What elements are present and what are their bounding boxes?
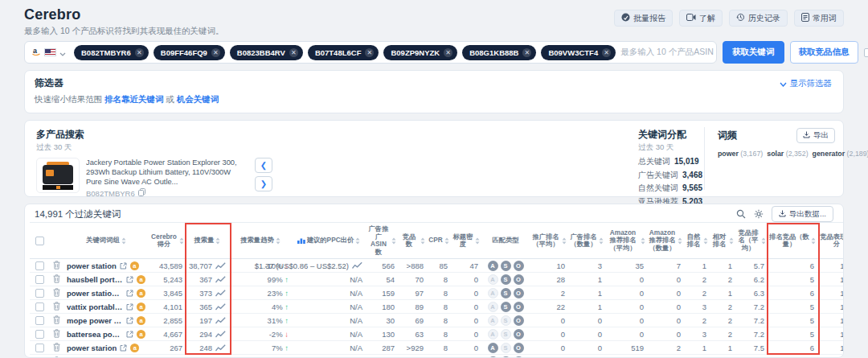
- gear-icon[interactable]: [754, 209, 764, 219]
- column-header-volume[interactable]: 搜索量: [186, 223, 229, 259]
- trash-icon[interactable]: [53, 302, 60, 311]
- external-link-icon[interactable]: [126, 290, 133, 297]
- column-header-keyword[interactable]: 关键词词组: [63, 223, 149, 259]
- marketplace-selector[interactable]: a: [31, 45, 69, 60]
- cell-match-type: ASO: [481, 355, 530, 358]
- word-frequency-export-button[interactable]: 导出: [796, 128, 835, 143]
- column-header-ad_count[interactable]: 广告排名（数量）: [568, 223, 605, 259]
- column-header-competitors[interactable]: 竞品数: [398, 223, 427, 259]
- asin-tag[interactable]: B08G1KB88B✕: [462, 45, 536, 60]
- column-header-ppc[interactable]: 建议的PPC出价: [292, 223, 366, 259]
- history-button[interactable]: 历史记录: [729, 10, 788, 27]
- asin-tag[interactable]: B09ZP9NYZK✕: [383, 45, 457, 60]
- trend-chart-icon[interactable]: [215, 276, 226, 283]
- remove-tag-icon[interactable]: ✕: [522, 48, 531, 57]
- trend-chart-icon[interactable]: [215, 303, 226, 311]
- column-header-trend[interactable]: 搜索量趋势: [229, 223, 292, 259]
- column-header-score[interactable]: 竞品表现得分: [817, 223, 844, 259]
- asin-tag[interactable]: B082TMBYR6✕: [74, 45, 149, 60]
- external-link-icon[interactable]: [126, 303, 133, 311]
- bulk-report-button[interactable]: 批量报告: [614, 10, 673, 27]
- keyword-text[interactable]: power starion: [67, 344, 117, 352]
- keyword-text[interactable]: hausbell portable po...: [67, 275, 123, 284]
- cell-match-type: ASO: [481, 300, 530, 314]
- trend-chart-icon[interactable]: [215, 331, 226, 338]
- show-filters-link[interactable]: 显示筛选器: [780, 78, 833, 89]
- column-header-comp_avg[interactable]: 竞品排名（平均）: [735, 223, 768, 259]
- asin-tag[interactable]: B07T48L6CF✕: [308, 45, 379, 60]
- trash-icon[interactable]: [53, 261, 60, 270]
- remove-tag-icon[interactable]: ✕: [365, 48, 374, 57]
- keyword-text[interactable]: power station: [67, 261, 117, 270]
- cell-ppc-bid: N/A: [292, 341, 366, 355]
- keyword-text[interactable]: vattix portable powe...: [67, 302, 123, 311]
- row-checkbox[interactable]: [35, 261, 44, 270]
- trend-chart-icon[interactable]: [215, 317, 226, 324]
- table-header-row: 关键词词组Cerebro 得分搜索量搜索量趋势建议的PPC出价广告推广ASIN …: [30, 223, 844, 259]
- trash-icon[interactable]: [53, 343, 60, 352]
- external-link-icon[interactable]: [120, 262, 127, 270]
- asin-tag[interactable]: B09VW3CTF4✕: [541, 45, 616, 60]
- remove-tag-icon[interactable]: ✕: [211, 48, 220, 57]
- keyword-text[interactable]: battersea power stati...: [67, 330, 123, 339]
- trend-chart-icon[interactable]: [352, 262, 362, 270]
- ranked-keywords-link[interactable]: 排名靠近关键词: [104, 94, 164, 104]
- keyword-text[interactable]: mope power station: [67, 316, 123, 325]
- trend-chart-icon[interactable]: [215, 262, 226, 270]
- search-icon[interactable]: [736, 209, 746, 219]
- remove-tag-icon[interactable]: ✕: [602, 48, 611, 57]
- copy-icon[interactable]: [138, 188, 145, 198]
- row-checkbox[interactable]: [35, 344, 44, 352]
- external-link-icon[interactable]: [126, 317, 133, 324]
- column-header-rank_comp[interactable]: 排名竞品（数量）: [768, 223, 817, 259]
- row-checkbox[interactable]: [35, 330, 44, 339]
- get-competitors-button[interactable]: 获取竞品信息: [790, 41, 858, 64]
- trend-chart-icon[interactable]: [215, 290, 226, 297]
- external-link-icon[interactable]: [126, 276, 133, 283]
- carousel-next-button[interactable]: ❯: [255, 176, 272, 191]
- row-checkbox[interactable]: [35, 302, 44, 311]
- learn-button[interactable]: 了解: [679, 10, 723, 27]
- external-link-icon[interactable]: [126, 331, 133, 338]
- distribution-stat: 广告关键词3,468: [638, 169, 710, 183]
- export-data-button[interactable]: 导出数据...: [772, 206, 833, 222]
- remove-tag-icon[interactable]: ✕: [135, 48, 144, 57]
- row-checkbox[interactable]: [35, 275, 44, 284]
- match-badge-a: A: [488, 343, 498, 353]
- row-checkbox[interactable]: [35, 289, 44, 298]
- asin-input[interactable]: a B082TMBYR6✕B09FF46FQ9✕B0823BB4RV✕B07T4…: [24, 41, 717, 64]
- keyword-text[interactable]: power station puleida: [67, 289, 123, 298]
- trend-chart-icon[interactable]: [215, 344, 226, 352]
- column-header-relative[interactable]: 相对排名: [710, 223, 735, 259]
- column-header-organic[interactable]: 自然排名: [684, 223, 710, 259]
- column-header-amz_count[interactable]: Amazon 推荐排名（数量）: [647, 223, 684, 259]
- asin-tag[interactable]: B0823BB4RV✕: [230, 45, 303, 60]
- get-keywords-button[interactable]: 获取关键词: [723, 41, 784, 64]
- exclude-variants-checkbox[interactable]: [864, 48, 868, 57]
- select-all-checkbox[interactable]: [30, 223, 49, 259]
- cell-amz_count: 0: [647, 327, 684, 341]
- column-header-amz_avg[interactable]: Amazon 推荐排名（平均）: [605, 223, 647, 259]
- trash-icon[interactable]: [53, 274, 60, 283]
- trash-icon[interactable]: [53, 329, 60, 338]
- frequent-phrases-button[interactable]: 常用词: [794, 10, 844, 27]
- cell-spons_avg: 22: [530, 300, 568, 314]
- trash-icon[interactable]: [53, 288, 60, 297]
- column-header-cpr[interactable]: CPR: [427, 223, 451, 259]
- column-header-spons_avg[interactable]: 推广排名（平均）: [530, 223, 568, 259]
- trash-icon[interactable]: [53, 315, 60, 324]
- remove-tag-icon[interactable]: ✕: [444, 48, 452, 57]
- asin-tag[interactable]: B09FF46FQ9✕: [154, 45, 225, 60]
- opportunity-keywords-link[interactable]: 机会关键词: [177, 94, 219, 104]
- exclude-variants-toggle[interactable]: 排除变体 i: [864, 47, 868, 58]
- remove-tag-icon[interactable]: ✕: [289, 48, 298, 57]
- match-badge-s: S: [501, 274, 511, 285]
- carousel-prev-button[interactable]: ❮: [255, 158, 272, 173]
- delete-column-header: [49, 223, 63, 259]
- column-header-title_density[interactable]: 标题密度: [451, 223, 481, 259]
- row-checkbox[interactable]: [35, 316, 44, 325]
- column-header-ad_asin[interactable]: 广告推广ASIN 数: [366, 223, 398, 259]
- column-header-cerebro[interactable]: Cerebro 得分: [149, 223, 186, 259]
- cell-competitors: 69: [398, 314, 427, 327]
- external-link-icon[interactable]: [120, 344, 127, 352]
